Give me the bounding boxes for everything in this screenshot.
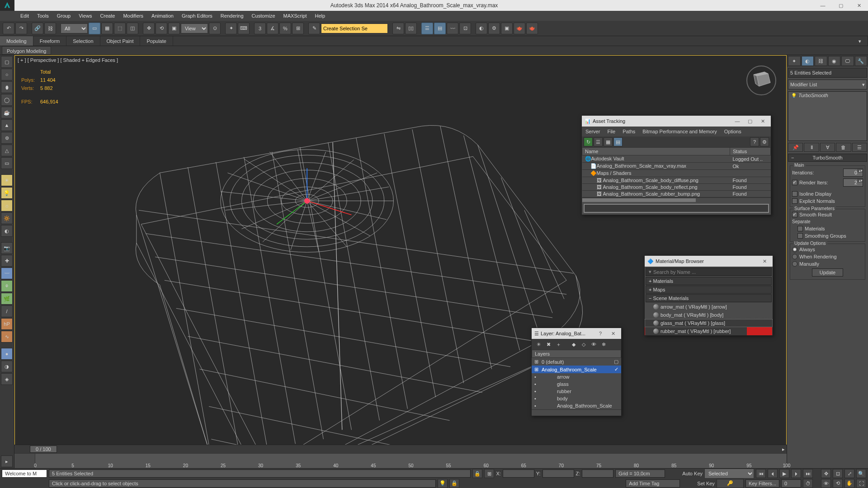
asset-menu-bitmap[interactable]: Bitmap Performance and Memory: [639, 129, 720, 134]
select-object-icon[interactable]: ▭: [89, 23, 100, 34]
layer-help-icon[interactable]: ?: [595, 331, 606, 336]
modifier-stack[interactable]: TurboSmooth: [788, 91, 867, 141]
layer-delete-icon[interactable]: ✖: [544, 340, 552, 348]
rotate-icon[interactable]: ⟲: [156, 23, 167, 34]
move-icon[interactable]: ✥: [143, 23, 155, 34]
configure-icon[interactable]: ☰: [852, 143, 867, 152]
scene-explorer-icon[interactable]: ▤: [434, 23, 446, 34]
menu-customize[interactable]: Customize: [248, 11, 279, 21]
layer-row[interactable]: •glass: [532, 380, 621, 388]
asset-refresh-icon[interactable]: ↻: [584, 137, 593, 146]
layer-header[interactable]: Layers: [532, 350, 621, 358]
app-logo[interactable]: [0, 0, 14, 11]
material-item[interactable]: rubber_mat ( VRayMtl ) [rubber]: [645, 327, 773, 335]
create-tab-icon[interactable]: ✦: [788, 56, 801, 66]
obj-pyramid-icon[interactable]: △: [1, 145, 13, 156]
menu-modifiers[interactable]: Modifiers: [119, 11, 147, 21]
upd-manual-radio[interactable]: [792, 261, 797, 267]
select-name-icon[interactable]: ▦: [101, 23, 113, 34]
sel-lock-icon[interactable]: 🔒: [449, 479, 459, 488]
asset-row[interactable]: 🌐Autodesk VaultLogged Out ..: [582, 155, 771, 163]
transform-z[interactable]: [582, 469, 613, 478]
asset-tree-icon[interactable]: ☰: [594, 137, 603, 146]
motion-tab-icon[interactable]: ◉: [828, 56, 841, 66]
viewport-nav2-icon[interactable]: ⊡: [833, 469, 843, 478]
menu-create[interactable]: Create: [96, 11, 119, 21]
layer-selhl-icon[interactable]: ◆: [570, 340, 578, 348]
shape-spline-icon[interactable]: ∿: [1, 331, 13, 343]
time-ruler[interactable]: 0510152025303540455055606570758085909510…: [14, 453, 787, 468]
asset-menu-file[interactable]: File: [604, 129, 619, 134]
viewport-nav8-icon[interactable]: ⛶: [856, 479, 866, 488]
menu-help[interactable]: Help: [311, 11, 330, 21]
obj-torus-icon[interactable]: ◯: [1, 94, 13, 106]
timeline[interactable]: 0 / 100 ▸ 051015202530354045505560657075…: [14, 445, 787, 468]
transform-x[interactable]: [503, 469, 534, 478]
transform-y[interactable]: [542, 469, 574, 478]
sep-sg-check[interactable]: [797, 233, 803, 239]
slider-end-icon[interactable]: ▸: [780, 446, 787, 452]
matb-maps-group[interactable]: + Maps: [646, 286, 772, 294]
link-icon[interactable]: 🔗: [32, 23, 43, 34]
layer-addsel-icon[interactable]: ＋: [554, 340, 562, 348]
undo-icon[interactable]: ↶: [3, 23, 14, 34]
viewport-label[interactable]: [ + ] [ Perspective ] [ Shaded + Edged F…: [18, 57, 118, 63]
show-end-icon[interactable]: Ⅱ: [804, 143, 819, 152]
manipulate-icon[interactable]: ✦: [225, 23, 237, 34]
asset-max-icon[interactable]: ▢: [745, 118, 755, 124]
trackbar-toggle[interactable]: [14, 454, 35, 468]
named-selection-input[interactable]: [321, 23, 388, 33]
modifier-turbosmooth[interactable]: TurboSmooth: [788, 92, 867, 99]
maxscript-mini[interactable]: Welcome to M: [2, 469, 47, 478]
asset-table-icon[interactable]: ▦: [604, 137, 613, 146]
obj-cone-icon[interactable]: ▲: [1, 119, 13, 131]
render-prod-icon[interactable]: 🫖: [526, 23, 538, 34]
spinner-snap-icon[interactable]: ⊞: [292, 23, 304, 34]
unlink-icon[interactable]: ⛓: [44, 23, 56, 34]
menu-animation[interactable]: Animation: [147, 11, 178, 21]
view-cube[interactable]: [745, 65, 777, 96]
render-setup-icon[interactable]: ⚙: [488, 23, 500, 34]
layer-row[interactable]: •body: [532, 395, 621, 402]
lock-selection-icon[interactable]: 🔒: [472, 469, 482, 478]
space-warp-icon[interactable]: 〰: [1, 267, 13, 279]
ribbon-freeform[interactable]: Freeform: [33, 36, 67, 46]
asset-row[interactable]: 🖼Analog_Bathroom_Scale_body_reflect.pngF…: [582, 184, 771, 191]
asset-row[interactable]: 🖼Analog_Bathroom_Scale_body_diffuse.pngF…: [582, 177, 771, 184]
current-frame[interactable]: 0: [781, 479, 801, 488]
pivot-icon[interactable]: ⊙: [209, 23, 221, 34]
matb-scene-group[interactable]: − Scene Materials: [646, 294, 772, 302]
layer-hide-icon[interactable]: 👁: [590, 340, 598, 348]
asset-col-name[interactable]: Name: [582, 148, 730, 155]
close-icon[interactable]: ✕: [850, 0, 868, 11]
schematic-icon[interactable]: ⊡: [459, 23, 471, 34]
curve-editor-icon[interactable]: 〰: [447, 23, 458, 34]
upd-always-radio[interactable]: [792, 247, 797, 252]
render-frame-icon[interactable]: ▣: [501, 23, 513, 34]
maximize-icon[interactable]: ▢: [832, 0, 850, 11]
material-browser-panel[interactable]: 🔷 Material/Map Browser ✕ ▾ Search by Nam…: [644, 255, 773, 336]
percent-snap-icon[interactable]: %: [279, 23, 291, 34]
ribbon-selection[interactable]: Selection: [66, 36, 100, 46]
systems-icon[interactable]: ⚘: [1, 280, 13, 292]
helper-icon[interactable]: ✚: [1, 255, 13, 267]
smooth-check[interactable]: [792, 212, 797, 217]
asset-menu-paths[interactable]: Paths: [619, 129, 639, 134]
viewport-nav6-icon[interactable]: ⟲: [833, 479, 843, 488]
remove-mod-icon[interactable]: 🗑: [836, 143, 851, 152]
named-sel-edit-icon[interactable]: ✎: [308, 23, 320, 34]
foliage-icon[interactable]: 🌿: [1, 293, 13, 305]
material-editor-icon[interactable]: ◐: [476, 23, 487, 34]
time-tag[interactable]: Add Time Tag: [626, 479, 680, 488]
material-item[interactable]: arrow_mat ( VRayMtl ) [arrow]: [645, 303, 773, 311]
particle-icon[interactable]: ●: [1, 348, 13, 360]
material-item[interactable]: body_mat ( VRayMtl ) [body]: [645, 311, 773, 319]
goto-end-icon[interactable]: ⏭: [803, 469, 813, 478]
layer-row[interactable]: ⊞0 (default)▢: [532, 358, 621, 366]
next-frame-icon[interactable]: ⏵: [791, 469, 801, 478]
ribbon-polygon-modeling[interactable]: Polygon Modeling: [2, 46, 51, 55]
asset-row[interactable]: 📄Analog_Bathroom_Scale_max_vray.maxOk: [582, 163, 771, 170]
hierarchy-tab-icon[interactable]: ⛓: [815, 56, 827, 66]
angle-snap-icon[interactable]: ∡: [267, 23, 278, 34]
align-icon[interactable]: ▯▯: [405, 23, 417, 34]
